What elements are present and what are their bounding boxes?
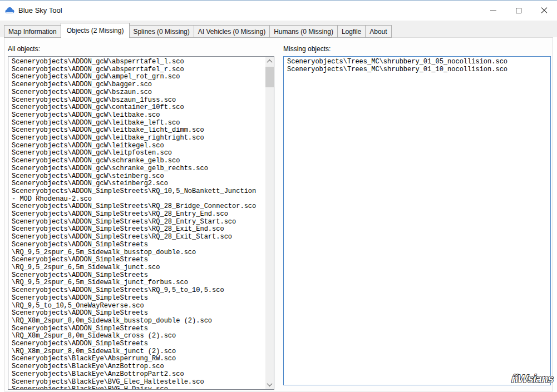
list-item[interactable]: - MOD Rhodenau-2.sco — [12, 196, 264, 204]
list-item[interactable]: Sceneryobjects\ADDON_gcW\leitbake_left.s… — [12, 120, 264, 127]
list-item[interactable]: Sceneryobjects\ADDON_gcW\leitkegel.sco — [12, 142, 264, 150]
all-objects-label: All objects: — [8, 45, 40, 53]
tab-bar: Map InformationObjects (2 Missing)Spline… — [4, 24, 392, 38]
list-item[interactable]: Sceneryobjects\ADDON_SimpleStreets — [12, 241, 264, 249]
scroll-down-button[interactable] — [265, 380, 274, 389]
list-item[interactable]: Sceneryobjects\BlackEye\AnzBottropPart2.… — [12, 371, 264, 379]
list-item[interactable]: Sceneryobjects\ADDON_gcW\absperrtafel_l.… — [12, 58, 264, 66]
all-objects-list: Sceneryobjects\ADDON_gcW\absperrtafel_l.… — [12, 58, 264, 389]
close-icon — [541, 7, 548, 14]
list-item[interactable]: Sceneryobjects\ADDON_SimpleStreets\RQ_28… — [12, 211, 264, 219]
tab[interactable]: About — [366, 25, 391, 38]
maximize-icon — [516, 8, 521, 13]
list-item[interactable]: Sceneryobjects\ADDON_SimpleStreets\RQ_28… — [12, 226, 264, 234]
list-item[interactable]: \RQ_X8m_2spur_8,0m_Sidewalk_busstop_doub… — [12, 317, 264, 325]
list-item[interactable]: Sceneryobjects\ADDON_SimpleStreets — [12, 295, 264, 302]
titlebar: Blue Sky Tool — [0, 1, 557, 21]
close-button[interactable] — [531, 1, 557, 21]
tab[interactable]: Splines (0 Missing) — [129, 25, 194, 38]
list-item[interactable]: \RQ_X8m_2spur_8,0m_Sidewalk_cross (2).sc… — [12, 333, 264, 340]
missing-objects-listbox[interactable]: Sceneryobjects\Trees_MC\shrubbery_01_05_… — [283, 56, 551, 385]
list-item[interactable]: Sceneryobjects\ADDON_SimpleStreets\RQ_28… — [12, 219, 264, 226]
app-window: Blue Sky Tool Map InformationObjects (2 … — [0, 0, 557, 392]
objects-tab-page: All objects: Missing objects: Sceneryobj… — [4, 37, 553, 391]
tab[interactable]: Objects (2 Missing) — [61, 23, 130, 38]
list-item[interactable]: Sceneryobjects\ADDON_gcW\schranke_gelb.s… — [12, 157, 264, 165]
list-item[interactable]: Sceneryobjects\ADDON_SimpleStreets — [12, 310, 264, 317]
window-controls — [480, 1, 557, 21]
list-item[interactable]: \RQ_9,5_2spur_6,5m_Sidewalk_junct_forbus… — [12, 279, 264, 287]
list-item[interactable]: Sceneryobjects\ADDON_gcW\steinberg2.sco — [12, 180, 264, 188]
list-item[interactable]: Sceneryobjects\ADDON_gcW\steinberg.sco — [12, 173, 264, 181]
tab[interactable]: Map Information — [4, 25, 61, 38]
list-item[interactable]: Sceneryobjects\ADDON_SimpleStreets\RQ_28… — [12, 203, 264, 211]
list-item[interactable]: Sceneryobjects\ADDON_gcW\leitpfosten.sco — [12, 150, 264, 157]
list-item[interactable]: Sceneryobjects\ADDON_gcW\bagger.sco — [12, 81, 264, 89]
list-item[interactable]: Sceneryobjects\Trees_MC\shrubbery_01_05_… — [287, 58, 548, 66]
list-item[interactable]: Sceneryobjects\ADDON_gcW\bszaun.sco — [12, 89, 264, 97]
list-item[interactable]: Sceneryobjects\ADDON_SimpleStreets\RQ_28… — [12, 234, 264, 241]
missing-objects-list: Sceneryobjects\Trees_MC\shrubbery_01_05_… — [287, 58, 548, 385]
all-objects-listbox[interactable]: Sceneryobjects\ADDON_gcW\absperrtafel_l.… — [8, 56, 274, 390]
list-item[interactable]: \RQ_9,5_2spur_6,5m_Sidewalk_junct.sco — [12, 264, 264, 272]
list-item[interactable]: Sceneryobjects\ADDON_gcW\container_10ft.… — [12, 104, 264, 112]
list-item[interactable]: Sceneryobjects\ADDON_gcW\ampel_rot_grn.s… — [12, 73, 264, 81]
list-item[interactable]: Sceneryobjects\ADDON_SimpleStreets — [12, 325, 264, 333]
list-item[interactable]: Sceneryobjects\BlackEye\BVG_H_Daisy.sco — [12, 386, 264, 389]
scroll-up-button[interactable] — [265, 57, 274, 66]
watermark: ñWsians — [511, 373, 553, 385]
list-item[interactable]: Sceneryobjects\BlackEye\Absperrung_RW.sc… — [12, 355, 264, 363]
chevron-up-icon — [267, 59, 273, 65]
list-item[interactable]: Sceneryobjects\BlackEye\BVG_Elec_Haltest… — [12, 379, 264, 386]
list-item[interactable]: Sceneryobjects\ADDON_gcW\bszaun_1fuss.sc… — [12, 97, 264, 105]
tab[interactable]: AI Vehicles (0 Missing) — [194, 25, 270, 38]
list-item[interactable]: Sceneryobjects\ADDON_gcW\leitbake_rightr… — [12, 135, 264, 142]
scrollbar-thumb[interactable] — [265, 67, 274, 87]
missing-objects-label: Missing objects: — [283, 45, 331, 53]
list-item[interactable]: \RQ_9,5_to_10,5_OneWayReverse.sco — [12, 302, 264, 310]
list-item[interactable]: Sceneryobjects\ADDON_SimpleStreets — [12, 256, 264, 264]
list-item[interactable]: \RQ_X8m_2spur_8,0m_Sidewalk_junct (2).sc… — [12, 348, 264, 356]
list-item[interactable]: Sceneryobjects\ADDON_SimpleStreets\RQ_9,… — [12, 287, 264, 295]
tab[interactable]: Humans (0 Missing) — [270, 25, 338, 38]
list-item[interactable]: \RQ_9,5_2spur_6,5m_Sidewalk_busstop_doub… — [12, 249, 264, 257]
cloud-icon — [5, 7, 14, 14]
list-item[interactable]: Sceneryobjects\Trees_MC\shrubbery_01_10_… — [287, 66, 548, 74]
minimize-icon — [490, 11, 496, 11]
list-item[interactable]: Sceneryobjects\ADDON_SimpleStreets — [12, 272, 264, 280]
tab[interactable]: Logfile — [338, 25, 366, 38]
list-item[interactable]: Sceneryobjects\ADDON_gcW\schranke_gelb_r… — [12, 165, 264, 173]
list-item[interactable]: Sceneryobjects\ADDON_SimpleStreets\RQ_10… — [12, 188, 264, 196]
chevron-down-icon — [267, 381, 273, 386]
minimize-button[interactable] — [480, 1, 506, 21]
list-item[interactable]: Sceneryobjects\ADDON_SimpleStreets — [12, 340, 264, 348]
list-item[interactable]: Sceneryobjects\ADDON_gcW\leitbake_licht_… — [12, 127, 264, 135]
list-item[interactable]: Sceneryobjects\ADDON_gcW\leitbake.sco — [12, 112, 264, 120]
window-title: Blue Sky Tool — [18, 6, 62, 14]
all-objects-scrollbar[interactable] — [265, 57, 274, 389]
maximize-button[interactable] — [506, 1, 531, 21]
list-item[interactable]: Sceneryobjects\ADDON_gcW\absperrtafel_r.… — [12, 66, 264, 74]
list-item[interactable]: Sceneryobjects\BlackEye\AnzBottrop.sco — [12, 363, 264, 371]
